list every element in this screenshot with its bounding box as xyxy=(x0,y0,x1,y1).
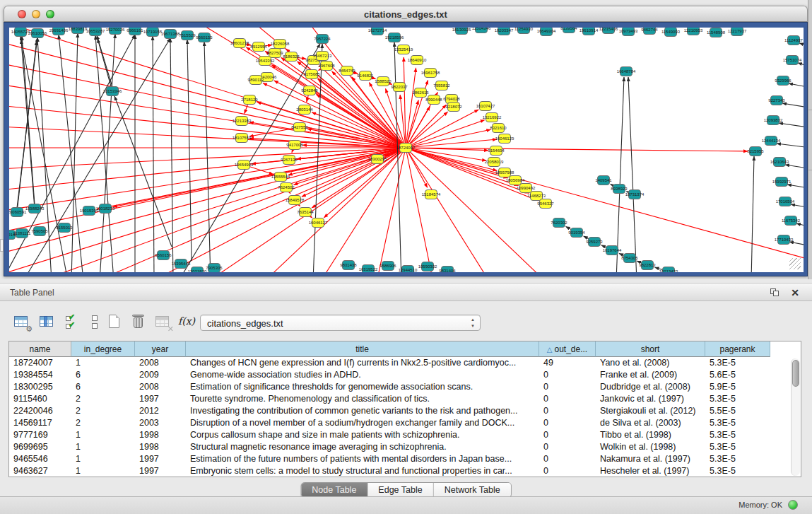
node[interactable]: 17710433 xyxy=(777,235,790,245)
table-row[interactable]: 946362711997Embryonic stem cells: a mode… xyxy=(9,465,801,477)
selected-node[interactable]: 7635144 xyxy=(299,207,312,217)
network-view-window[interactable]: citations_edges.txt 18724007186012388912… xyxy=(4,6,808,276)
table-cell[interactable]: 5.3E-5 xyxy=(705,441,770,453)
table-cell[interactable]: 5.9E-5 xyxy=(705,381,770,393)
column-header-name[interactable]: name xyxy=(9,341,71,357)
table-cell[interactable]: 1 xyxy=(71,357,135,369)
node[interactable]: 12444134 xyxy=(765,136,777,146)
selected-node[interactable]: 7955812 xyxy=(435,81,448,90)
table-cell[interactable]: 2 xyxy=(71,405,135,417)
selected-node[interactable]: 18107554 xyxy=(235,133,248,143)
node[interactable]: 15270026 xyxy=(109,28,122,35)
table-row[interactable]: 977716911998Corpus callosum shape and si… xyxy=(9,429,801,441)
table-cell[interactable]: 5.3E-5 xyxy=(705,453,770,465)
column-header-out_de[interactable]: △out_de... xyxy=(539,341,596,357)
node[interactable]: 19015399 xyxy=(83,206,95,216)
edge[interactable] xyxy=(616,77,624,272)
selected-node[interactable]: 8454749 xyxy=(341,66,353,76)
show-columns-icon[interactable] xyxy=(38,313,57,332)
node[interactable]: 20691406 xyxy=(52,28,65,35)
edge[interactable] xyxy=(286,49,406,148)
table-cell[interactable]: 5.3E-5 xyxy=(705,393,770,405)
table-row[interactable]: 911546021997Tourette syndrome. Phenomeno… xyxy=(9,393,801,405)
node[interactable]: 19018233 xyxy=(99,204,112,214)
node[interactable]: 19610914 xyxy=(582,28,595,35)
select-all-icon[interactable]: ✔ ✔ xyxy=(64,313,82,332)
edge[interactable] xyxy=(71,33,78,272)
node[interactable]: 12093832 xyxy=(767,115,779,125)
node[interactable]: 20610056 xyxy=(31,28,44,38)
table-cell[interactable]: 1997 xyxy=(135,453,186,465)
table-row[interactable]: 1830029562008Estimation of significance … xyxy=(9,381,801,393)
table-cell[interactable]: 2012 xyxy=(135,405,186,417)
edge[interactable] xyxy=(98,39,112,91)
close-panel-icon[interactable]: ✕ xyxy=(791,287,799,298)
table-cell[interactable]: 9465546 xyxy=(9,453,71,465)
table-cell[interactable]: 5.3E-5 xyxy=(705,417,770,429)
table-cell[interactable]: Wolkin et al. (1998) xyxy=(596,441,705,453)
table-cell[interactable]: Jankovic et al. (1997) xyxy=(596,393,705,405)
edge[interactable] xyxy=(114,96,172,247)
table-vertical-scrollbar[interactable] xyxy=(791,358,800,476)
edge[interactable] xyxy=(751,156,754,272)
node[interactable]: 15988243 xyxy=(28,204,41,214)
table-cell[interactable]: Changes of HCN gene expression and I(f) … xyxy=(186,357,539,369)
node[interactable]: 12944510 xyxy=(401,265,414,272)
edge[interactable] xyxy=(406,148,546,272)
node[interactable]: 10653287 xyxy=(89,28,102,36)
table-cell[interactable]: 2008 xyxy=(135,381,186,393)
node[interactable]: 12210953 xyxy=(687,28,700,35)
table-cell[interactable]: Corpus callosum shape and size in male p… xyxy=(186,429,539,441)
table-row[interactable]: 1872400712008Changes of HCN gene express… xyxy=(9,357,801,369)
table-cell[interactable]: 1 xyxy=(71,441,135,453)
selected-node[interactable]: 18300295 xyxy=(371,154,384,164)
node[interactable]: 15992971 xyxy=(775,177,788,187)
node[interactable]: 9831404 xyxy=(441,266,454,272)
edge[interactable] xyxy=(628,77,637,272)
table-cell[interactable]: 0 xyxy=(539,393,596,405)
table-cell[interactable]: 0 xyxy=(539,405,596,417)
edge[interactable] xyxy=(288,148,406,175)
node[interactable]: 12215406 xyxy=(602,28,615,34)
table-panel-titlebar[interactable]: Table Panel ✕ xyxy=(0,283,812,301)
table-cell[interactable]: 18300295 xyxy=(9,381,71,393)
table-cell[interactable]: 6 xyxy=(71,381,135,393)
table-cell[interactable]: Embryonic stem cells: a model to study s… xyxy=(186,465,539,477)
node[interactable]: 15395445 xyxy=(175,259,187,269)
table-selector-dropdown[interactable]: citations_edges.txt ▲▼ xyxy=(200,315,481,331)
edge[interactable] xyxy=(17,37,37,208)
node[interactable]: 10590302 xyxy=(421,262,434,271)
edge[interactable] xyxy=(377,148,406,272)
node[interactable]: 9019354 xyxy=(570,228,583,238)
selected-node[interactable]: 16961758 xyxy=(424,68,437,78)
selected-node[interactable]: 10543392 xyxy=(259,56,271,66)
table-cell[interactable]: Structural magnetic resonance image aver… xyxy=(186,441,539,453)
node[interactable]: 18203347 xyxy=(498,28,510,35)
table-cell[interactable]: 0 xyxy=(539,369,596,381)
selected-node[interactable]: 15849578 xyxy=(288,195,301,205)
selected-node[interactable]: 9546327 xyxy=(539,199,552,209)
column-header-in_degree[interactable]: in_degree xyxy=(71,341,135,357)
column-header-pagerank[interactable]: pagerank xyxy=(705,341,770,357)
table-cell[interactable]: Tourette syndrome. Phenomenology and cla… xyxy=(186,393,539,405)
edge[interactable] xyxy=(406,68,416,148)
table-cell[interactable]: 18724007 xyxy=(9,357,71,369)
node[interactable]: 9586906 xyxy=(382,261,394,271)
node[interactable]: 11381111 xyxy=(16,228,28,238)
node[interactable]: 9560156 xyxy=(157,250,170,260)
edge[interactable] xyxy=(789,83,804,90)
tab-node-table[interactable]: Node Table xyxy=(301,483,367,497)
table-cell[interactable]: 5.5E-5 xyxy=(705,405,770,417)
node[interactable]: 8938923 xyxy=(613,184,625,194)
node[interactable]: 11548908 xyxy=(710,28,722,37)
table-cell[interactable]: 2009 xyxy=(135,369,186,381)
node[interactable]: 11675342 xyxy=(784,216,797,226)
selected-node[interactable]: 8186328 xyxy=(285,52,298,62)
table-cell[interactable]: 0 xyxy=(539,465,596,477)
node[interactable]: 8139564 xyxy=(563,28,575,33)
selected-node[interactable]: 2718129 xyxy=(243,95,256,105)
column-header-title[interactable]: title xyxy=(186,341,539,357)
column-header-short[interactable]: short xyxy=(596,341,705,357)
table-cell[interactable]: Estimation of significance thresholds fo… xyxy=(186,381,539,393)
resize-grip[interactable] xyxy=(789,258,801,269)
